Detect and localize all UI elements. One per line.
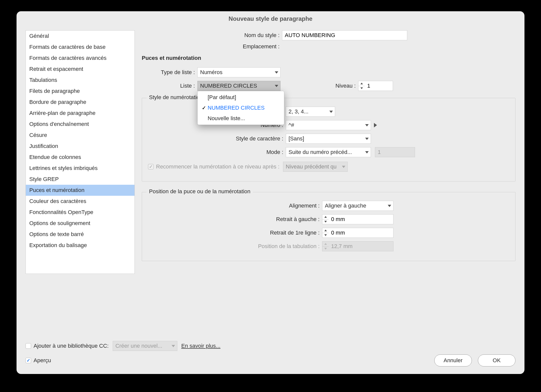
chevron-down-icon [275,85,278,87]
list-option-default[interactable]: [Par défaut] [198,92,284,103]
ok-button[interactable]: OK [478,354,515,366]
list-value: NUMBERED CIRCLES [200,83,257,89]
mode-select[interactable]: Suite du numéro précéd... [286,147,371,157]
add-library-checkbox[interactable] [26,343,31,349]
tab-position-stepper [322,241,329,251]
chevron-down-icon [329,111,333,113]
sidebar-item-indent[interactable]: Retrait et espacement [26,64,134,75]
level-stepper[interactable] [358,81,365,91]
restart-select: Niveau précédent qu [283,162,348,172]
sidebar-item-span[interactable]: Etendue de colonnes [26,152,134,163]
number-value: ^# [289,122,294,128]
list-type-label: Type de liste : [142,69,197,76]
chevron-down-icon [365,151,369,153]
restart-label: Recommencer la numérotation à ce niveau … [156,163,280,170]
sidebar-item-char-color[interactable]: Couleur des caractères [26,196,134,207]
sidebar-item-adv-char[interactable]: Formats de caractères avancés [26,53,134,64]
sidebar-item-opentype[interactable]: Fonctionnalités OpenType [26,207,134,218]
sidebar-item-tabs[interactable]: Tabulations [26,75,134,86]
tab-position-input [329,241,393,251]
char-style-value: [Sans] [289,135,304,142]
mode-label: Mode : [148,149,286,155]
preview-checkbox[interactable] [26,358,31,363]
list-dropdown-popup: [Par défaut] NUMBERED CIRCLES Nouvelle l… [197,91,284,125]
chevron-down-icon [172,345,175,347]
sidebar-item-strikethrough[interactable]: Options de texte barré [26,229,134,240]
sidebar-item-background[interactable]: Arrière-plan de paragraphe [26,108,134,119]
sidebar-item-rules[interactable]: Filets de paragraphe [26,86,134,97]
add-library-select: Créer une nouvel... [113,341,177,351]
first-line-input[interactable] [329,228,393,238]
sidebar-item-bullets-numbering[interactable]: Puces et numérotation [26,185,134,196]
alignment-label: Alignement : [148,203,322,209]
restart-checkbox [148,164,154,169]
list-type-value: Numéros [200,69,222,76]
restart-value: Niveau précédent qu [286,163,337,170]
dialog-footer: Ajouter à une bibliothèque CC: Créer une… [26,341,515,366]
sidebar-item-base-char[interactable]: Formats de caractères de base [26,42,134,53]
mode-value: Suite du numéro précéd... [289,149,352,155]
sidebar-item-export[interactable]: Exportation du balisage [26,240,134,251]
position-legend: Position de la puce ou de la numérotatio… [147,188,253,195]
style-name-label: Nom du style : [142,32,282,39]
dialog-window: Nouveau style de paragraphe Général Form… [17,11,524,374]
alignment-select[interactable]: Aligner à gauche [322,201,393,211]
chevron-down-icon [365,124,369,126]
position-group: Position de la puce ou de la numérotatio… [142,192,515,261]
list-type-select[interactable]: Numéros [197,67,281,77]
tab-position-label: Position de la tabulation : [148,243,322,250]
mode-start-input [375,147,415,157]
chevron-down-icon [365,138,369,140]
format-select[interactable]: 2, 3, 4... [286,107,335,117]
first-line-stepper[interactable] [322,228,329,238]
section-heading: Puces et numérotation [142,55,515,61]
sidebar-item-general[interactable]: Général [26,31,134,42]
chevron-down-icon [342,166,345,168]
add-library-select-value: Créer une nouvel... [115,343,162,349]
left-indent-stepper[interactable] [322,214,329,224]
left-indent-input[interactable] [329,214,393,224]
sidebar-item-border[interactable]: Bordure de paragraphe [26,97,134,108]
first-line-label: Retrait de 1re ligne : [148,230,322,236]
level-label: Niveau : [281,83,358,89]
location-label: Emplacement : [142,43,282,50]
left-indent-label: Retrait à gauche : [148,216,322,223]
number-combo[interactable]: ^# [286,120,371,130]
char-style-label: Style de caractère : [148,135,286,142]
sidebar-item-dropcaps[interactable]: Lettrines et styles imbriqués [26,163,134,174]
sidebar-item-grep[interactable]: Style GREP [26,174,134,185]
level-input[interactable] [365,81,393,91]
list-select[interactable]: NUMBERED CIRCLES [197,81,281,91]
list-label: Liste : [142,83,197,89]
preview-label: Aperçu [34,357,51,364]
learn-more-link[interactable]: En savoir plus... [181,343,221,349]
sidebar-item-justify[interactable]: Justification [26,141,134,152]
chevron-down-icon [275,71,278,74]
arrow-right-icon[interactable] [374,123,377,127]
sidebar-item-hyphen[interactable]: Césure [26,130,134,141]
dialog-content: Général Formats de caractères de base Fo… [17,26,524,374]
sidebar-item-underline[interactable]: Options de soulignement [26,218,134,229]
alignment-value: Aligner à gauche [325,203,366,209]
main-panel: Nom du style : Emplacement : Puces et nu… [142,30,515,365]
sidebar: Général Formats de caractères de base Fo… [26,30,135,274]
list-option-new[interactable]: Nouvelle liste... [198,113,284,124]
style-name-input[interactable] [282,30,407,40]
dialog-title: Nouveau style de paragraphe [17,11,524,26]
add-library-label: Ajouter à une bibliothèque CC: [34,343,109,349]
char-style-select[interactable]: [Sans] [286,134,371,144]
list-option-numbered-circles[interactable]: NUMBERED CIRCLES [198,103,284,113]
numbering-style-legend: Style de numérotation [147,94,205,101]
sidebar-item-keep[interactable]: Options d'enchaînement [26,119,134,130]
chevron-down-icon [388,205,391,207]
format-value: 2, 3, 4... [289,108,309,115]
cancel-button[interactable]: Annuler [434,354,472,366]
